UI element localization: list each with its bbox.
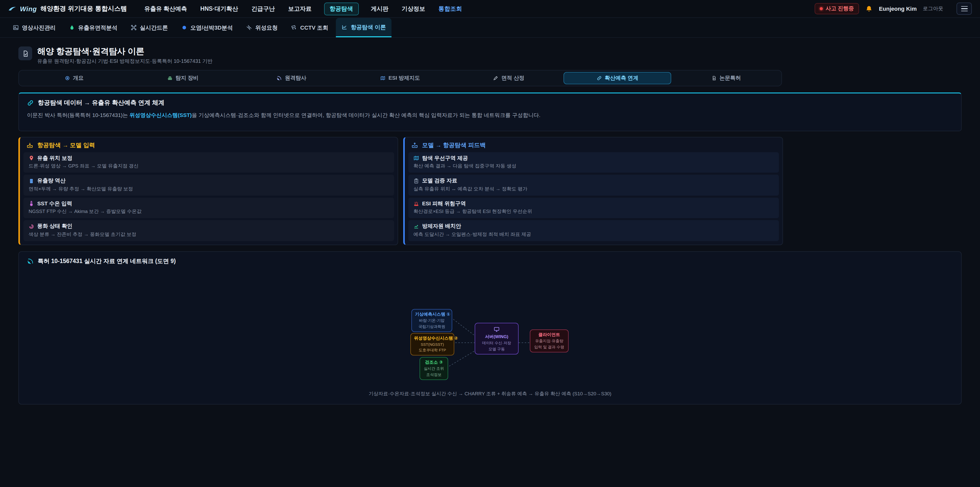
incident-status-label: 사고 진행중	[826, 5, 854, 12]
network-flow-caption: 기상자료·수온자료·조석정보 실시간 수신 → CHARRY 조류 + 취송류 …	[27, 391, 953, 398]
notification-bell-button[interactable]	[865, 5, 873, 13]
nav-board[interactable]: 게시판	[370, 3, 390, 14]
page-subtitle: 유출유 원격탐지·항공감시 기법·ESI 방제정보지도·등록특허 10-1567…	[37, 58, 213, 65]
tab-diffusion-link[interactable]: 확산예측 연계	[564, 72, 671, 84]
nav-hns-air-diffusion[interactable]: HNS·대기확산	[199, 3, 239, 14]
patent-network-heading: 특허 10-1567431 실시간 자료 연계 네트워크 (도면 9)	[27, 257, 953, 265]
nav-weather-info[interactable]: 기상정보	[401, 3, 426, 14]
page-header: 해양 항공탐색·원격탐사 이론 유출유 원격탐지·항공감시 기법·ESI 방제정…	[18, 46, 962, 65]
thermometer-icon	[29, 201, 34, 207]
page-header-icon-box	[18, 46, 32, 60]
section-tab-bar: 개요 탐지 장비 원격탐사 ESI 방제지도 면적 산정 확산예측 연계	[18, 70, 782, 86]
tab-area-calculation[interactable]: 면적 산정	[455, 72, 563, 84]
row-sst-temperature-input: SST 수온 입력 NGSST FTP 수신 → Akima 보간 → 증발모델…	[24, 198, 394, 218]
main-nav: 유출유 확산예측 HNS·대기확산 긴급구난 보고자료 항공탐색 게시판 기상정…	[143, 2, 463, 15]
brand-home-link[interactable]: Wing 해양환경 위기대응 통합시스템	[8, 4, 127, 13]
chart-icon	[342, 24, 348, 30]
subtab-oil-area-analysis[interactable]: 유출유면적분석	[63, 18, 123, 37]
row-spill-location-correction: 유출 위치 보정 드론·위성 영상 → GPS 좌표 → 모델 유출지점 갱신	[24, 152, 394, 173]
target-icon	[65, 76, 70, 81]
subtab-image-photo-management[interactable]: 영상사진관리	[7, 18, 61, 37]
linkage-overview-heading: 항공탐색 데이터 → 유출유 확산예측 연계 체계	[27, 99, 953, 107]
node-weather-prediction-system: 기상예측시스템 ① 바람·기온·기압 국립기상과학원	[411, 309, 452, 332]
clipboard-icon	[414, 178, 419, 184]
sphere-3d-icon	[181, 24, 187, 30]
antenna-dish-icon	[27, 258, 34, 265]
model-input-rows: 유출 위치 보정 드론·위성 영상 → GPS 좌표 → 모델 유출지점 갱신 …	[20, 152, 398, 245]
model-feedback-card-header: 모델 → 항공탐색 피드백	[405, 137, 783, 152]
subtab-cctv-view[interactable]: CCTV 조회	[285, 18, 334, 37]
hamburger-icon	[961, 6, 967, 6]
user-menu[interactable]: Eunjeong Kim	[879, 6, 917, 12]
map-grid-icon	[414, 155, 419, 161]
map-grid-icon	[380, 76, 385, 81]
binoculars-icon	[167, 76, 172, 81]
image-icon	[13, 24, 19, 30]
nav-oil-spill-prediction[interactable]: 유출유 확산예측	[143, 3, 188, 14]
wing-logo-icon	[8, 6, 16, 12]
node-wing-server: 서버(WING) 데이터 수신·저장 모델 구동	[475, 323, 519, 354]
swirl-icon	[29, 224, 34, 229]
siren-icon	[414, 201, 419, 207]
subtab-pollution-ship-3d[interactable]: 오염/선박3D분석	[176, 18, 239, 37]
logout-button[interactable]: 로그아웃	[923, 5, 943, 12]
linkage-overview-paragraph: 이문진 박사 특허(등록특허 10-1567431)는 위성영상수신시스템(SS…	[27, 111, 953, 119]
hamburger-menu-button[interactable]	[956, 3, 972, 15]
node-satellite-receiving-system: 위성영상수신시스템 ② SST(NGSST) 도호쿠대학 FTP	[410, 333, 454, 356]
server-monitor-icon	[493, 326, 500, 332]
droplet-icon	[69, 24, 75, 30]
sub-navbar: 영상사진관리 유출유면적분석 실시간드론 오염/선박3D분석 위성요청 CCTV…	[0, 18, 980, 38]
pencil-icon	[493, 76, 498, 81]
tab-papers-patents[interactable]: 논문특허	[672, 72, 780, 84]
top-navbar: Wing 해양환경 위기대응 통합시스템 유출유 확산예측 HNS·대기확산 긴…	[0, 0, 980, 18]
brand-logo-text: Wing	[20, 5, 37, 13]
subtab-realtime-drone[interactable]: 실시간드론	[125, 18, 173, 37]
patent-network-card: 특허 10-1567431 실시간 자료 연계 네트워크 (도면 9) 기상예측…	[18, 251, 962, 404]
app-window: Wing 해양환경 위기대응 통합시스템 유출유 확산예측 HNS·대기확산 긴…	[0, 0, 980, 487]
cctv-camera-icon	[291, 24, 297, 30]
nav-report-materials[interactable]: 보고자료	[287, 3, 313, 14]
subtab-satellite-request[interactable]: 위성요청	[240, 18, 283, 37]
tab-remote-sensing[interactable]: 원격탐사	[238, 72, 345, 84]
tab-overview[interactable]: 개요	[21, 72, 128, 84]
incident-status-badge[interactable]: 사고 진행중	[815, 3, 859, 14]
row-weathering-state-check: 풍화 상태 확인 색상 분류 → 잔존비 추정 → 풍화모델 초기값 보정	[24, 220, 394, 241]
network-diagram: 기상예측시스템 ① 바람·기온·기압 국립기상과학원 위성영상수신시스템 ② S…	[410, 309, 570, 385]
topbar-right-group: 사고 진행중 Eunjeong Kim 로그아웃	[815, 3, 972, 15]
linkage-overview-card: 항공탐색 데이터 → 유출유 확산예측 연계 체계 이문진 박사 특허(등록특허…	[18, 93, 962, 131]
link-icon	[597, 76, 602, 81]
flow-cards-grid: 항공탐색 → 모델 입력 유출 위치 보정 드론·위성 영상 → GPS 좌표 …	[18, 137, 783, 245]
document-chart-icon	[22, 50, 29, 57]
barrel-icon	[29, 178, 34, 184]
node-tide-station: 검조소 ③ 실시간 조위 조석정보	[420, 357, 448, 380]
drone-icon	[130, 24, 137, 30]
nav-integrated-search[interactable]: 통합조회	[438, 3, 463, 14]
bell-icon	[865, 5, 873, 13]
link-icon	[27, 100, 34, 106]
row-model-validation-data: 모델 검증 자료 실측 유출유 위치 ↔ 예측값 오차 분석 → 정확도 평가	[408, 175, 779, 196]
model-feedback-card: 모델 → 항공탐색 피드백 탐색 우선구역 제공 확산 예측 결과 → 다음 탐…	[403, 137, 783, 245]
incident-status-dot-icon	[819, 7, 822, 10]
sst-system-link[interactable]: 위성영상수신시스템(SST)	[129, 112, 192, 118]
model-feedback-rows: 탐색 우선구역 제공 확산 예측 결과 → 다음 탐색 집중구역 자동 생성 모…	[405, 152, 783, 245]
nav-aerial-search[interactable]: 항공탐색	[324, 2, 359, 15]
subtab-aerial-search-theory[interactable]: 항공탐색 이론	[336, 18, 391, 37]
inbox-download-icon	[27, 142, 33, 148]
nav-emergency-rescue[interactable]: 긴급구난	[250, 3, 276, 14]
row-priority-search-zone: 탐색 우선구역 제공 확산 예측 결과 → 다음 탐색 집중구역 자동 생성	[408, 152, 779, 173]
tab-esi-map[interactable]: ESI 방제지도	[346, 72, 454, 84]
outbox-upload-icon	[411, 142, 418, 148]
page-title: 해양 항공탐색·원격탐사 이론	[37, 46, 213, 56]
node-client: 클라이언트 유출지점·유출량 입력 및 결과 수령	[530, 329, 569, 353]
chart-up-icon	[414, 224, 419, 229]
row-esi-risk-zone: ESI 피해 위험구역 확산경로×ESI 등급 → 항공탐색 ESI 현장확인 …	[408, 198, 779, 218]
map-pin-icon	[29, 155, 34, 161]
row-spill-volume-inversion: 유출량 역산 면적×두께 → 유량 추정 → 확산모델 유출량 보정	[24, 175, 394, 196]
model-input-card-header: 항공탐색 → 모델 입력	[20, 137, 398, 152]
row-response-resource-deployment: 방제자원 배치안 예측 도달시간 → 오일펜스·방제정 최적 배치 좌표 제공	[408, 220, 779, 241]
file-icon	[711, 76, 716, 81]
app-title: 해양환경 위기대응 통합시스템	[41, 4, 127, 13]
tab-detection-equipment[interactable]: 탐지 장비	[129, 72, 237, 84]
radar-icon	[277, 76, 282, 81]
model-input-card: 항공탐색 → 모델 입력 유출 위치 보정 드론·위성 영상 → GPS 좌표 …	[18, 137, 398, 245]
